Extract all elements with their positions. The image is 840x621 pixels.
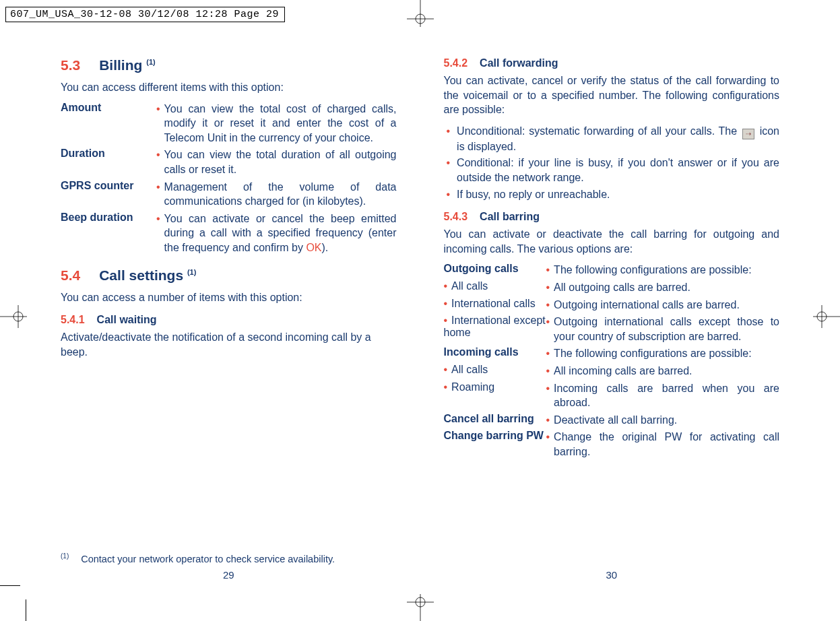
definition-body: •All incoming calls are barred. <box>546 364 780 379</box>
bullet-icon: • <box>156 148 160 176</box>
bullet-icon: • <box>546 430 550 459</box>
definition-label: Duration <box>61 148 156 176</box>
definition-row: •International except home•Outgoing inte… <box>444 315 780 344</box>
definition-row: GPRS counter•Management of the volume of… <box>61 180 397 209</box>
bullet-item: •Unconditional: systematic forwarding of… <box>444 124 780 154</box>
heading-number: 5.4.3 <box>444 211 468 222</box>
definition-row: •Roaming•Incoming calls are barred when … <box>444 381 780 410</box>
definition-row: Duration•You can view the total duration… <box>61 148 397 176</box>
definition-row: Beep duration•You can activate or cancel… <box>61 211 397 255</box>
definition-text: You can view the total duration of all o… <box>164 148 397 176</box>
footnote-sup: (1) <box>61 552 69 560</box>
registration-mark-left <box>0 303 27 330</box>
definition-label: •All calls <box>444 280 546 295</box>
bullet-icon: • <box>546 413 550 428</box>
bullet-icon: • <box>444 298 448 309</box>
definition-body: •Outgoing international calls are barred… <box>546 298 780 313</box>
bullet-icon: • <box>546 315 550 344</box>
definition-label: Beep duration <box>61 211 156 255</box>
definition-label: Outgoing calls <box>444 263 546 277</box>
heading-title: Call settings <box>99 267 183 283</box>
bullet-icon: • <box>444 315 448 326</box>
definition-body: •The following configurations are possib… <box>546 346 780 361</box>
definition-text: Outgoing international calls except thos… <box>554 315 779 344</box>
definition-text: The following configurations are possibl… <box>554 346 779 361</box>
definition-text: Deactivate all call barring. <box>554 413 779 428</box>
definition-body: •Outgoing international calls except tho… <box>546 315 780 344</box>
definition-row: Incoming calls•The following configurati… <box>444 346 780 361</box>
definition-body: •Incoming calls are barred when you are … <box>546 381 780 410</box>
heading-title: Billing <box>99 57 142 73</box>
definition-text: The following configurations are possibl… <box>554 263 779 277</box>
definition-text: Incoming calls are barred when you are a… <box>554 381 779 410</box>
bullet-icon: • <box>546 346 550 361</box>
definition-body: •Change the original PW for activating c… <box>546 430 780 459</box>
bullet-icon: • <box>447 187 451 202</box>
bullet-item: •Conditional: if your line is busy, if y… <box>444 156 780 185</box>
heading-sup: (1) <box>146 58 155 66</box>
bullet-icon: • <box>156 102 160 145</box>
heading-5-4: 5.4Call settings (1) <box>61 267 397 284</box>
definition-label: Incoming calls <box>444 346 546 361</box>
heading-title: Call barring <box>480 211 540 222</box>
text-5-4-1: Activate/deactivate the notification of … <box>61 330 397 359</box>
crop-mark <box>26 599 26 621</box>
definition-body: •Management of the volume of data commun… <box>156 180 397 209</box>
bullet-icon: • <box>156 211 160 255</box>
definition-label: GPRS counter <box>61 180 156 209</box>
page-number-left: 29 <box>61 569 397 581</box>
bullet-icon: • <box>546 280 550 295</box>
bullet-icon: • <box>546 381 550 410</box>
footnote-text: Contact your network operator to check s… <box>81 554 335 564</box>
heading-number: 5.4.1 <box>61 314 85 325</box>
heading-number: 5.3 <box>61 57 80 73</box>
bullet-icon: • <box>546 364 550 379</box>
bullet-list-5-4-2: •Unconditional: systematic forwarding of… <box>444 124 780 201</box>
definition-label: •International except home <box>444 315 546 344</box>
heading-5-3: 5.3Billing (1) <box>61 57 397 73</box>
bullet-icon: • <box>156 180 160 209</box>
definition-body: •You can view the total cost of charged … <box>156 102 397 145</box>
bullet-text: Unconditional: systematic forwarding of … <box>457 124 779 154</box>
heading-sup: (1) <box>187 268 196 276</box>
definition-row: Outgoing calls•The following configurati… <box>444 263 780 277</box>
page-number-right: 30 <box>444 569 780 581</box>
bullet-icon: • <box>447 124 451 154</box>
definition-label: Amount <box>61 102 156 145</box>
bullet-icon: • <box>447 156 451 185</box>
page-right: 5.4.2Call forwarding You can activate, c… <box>444 57 780 581</box>
definition-label: Cancel all barring <box>444 413 546 428</box>
definition-label: •All calls <box>444 364 546 379</box>
bullet-text: Conditional: if your line is busy, if yo… <box>457 156 779 185</box>
bullet-icon: • <box>444 381 448 393</box>
definition-body: •You can view the total duration of all … <box>156 148 397 176</box>
definition-row: Amount•You can view the total cost of ch… <box>61 102 397 145</box>
intro-5-3: You can access different items with this… <box>61 80 397 95</box>
definition-row: •All calls•All incoming calls are barred… <box>444 364 780 379</box>
definition-text: Management of the volume of data communi… <box>164 180 397 209</box>
forwarding-icon: ⇢ <box>742 129 754 139</box>
print-header-strip: 607_UM_USA_30-12-08 30/12/08 12:28 Page … <box>5 7 285 22</box>
heading-number: 5.4.2 <box>444 57 468 69</box>
bullet-icon: • <box>546 263 550 277</box>
definition-body: •All outgoing calls are barred. <box>546 280 780 295</box>
definition-row: Cancel all barring•Deactivate all call b… <box>444 413 780 428</box>
registration-mark-right <box>813 303 840 330</box>
definition-row: •All calls•All outgoing calls are barred… <box>444 280 780 295</box>
ok-label: OK <box>306 242 321 253</box>
registration-mark-bottom <box>403 594 437 621</box>
crop-mark <box>0 585 20 586</box>
heading-number: 5.4 <box>61 267 80 283</box>
definition-text: Outgoing international calls are barred. <box>554 298 779 313</box>
definition-text: You can activate or cancel the beep emit… <box>164 211 397 255</box>
definition-text: All outgoing calls are barred. <box>554 280 779 295</box>
definition-text: Change the original PW for activating ca… <box>554 430 779 459</box>
definition-text: All incoming calls are barred. <box>554 364 779 379</box>
definition-text: You can view the total cost of charged c… <box>164 102 397 145</box>
definition-label: •Roaming <box>444 381 546 410</box>
footnote: (1)Contact your network operator to chec… <box>61 552 335 564</box>
bullet-icon: • <box>444 280 448 292</box>
definition-label: Change barring PW <box>444 430 546 459</box>
page-spread: 5.3Billing (1) You can access different … <box>61 57 779 581</box>
bullet-icon: • <box>546 298 550 313</box>
